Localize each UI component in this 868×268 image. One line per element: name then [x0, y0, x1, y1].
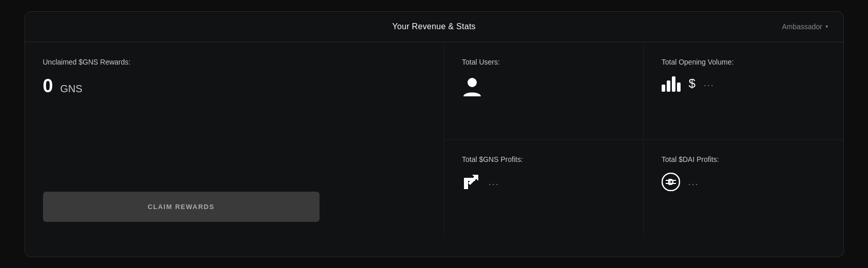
dai-profits-icon-row: Ð ...: [662, 173, 825, 191]
svg-point-0: [468, 78, 477, 87]
reward-value-display: 0 GNS: [43, 75, 426, 97]
revenue-stats-panel: Your Revenue & Stats Ambassador ▾ Unclai…: [25, 11, 844, 257]
total-gns-profits-label: Total $GNS Profits:: [462, 155, 625, 163]
gns-profits-icon-row: ...: [462, 173, 625, 191]
dai-token-icon: Ð: [662, 173, 680, 191]
center-panel: Total Users: Total $GNS Profits:: [444, 43, 644, 237]
dollar-sign-icon: $: [689, 76, 695, 91]
gns-profits-dots: ...: [489, 177, 499, 188]
panel-header: Your Revenue & Stats Ambassador ▾: [25, 12, 843, 42]
total-users-label: Total Users:: [462, 58, 625, 66]
total-dai-profits-label: Total $DAI Profits:: [662, 155, 825, 163]
right-panel: Total Opening Volume: $ ... Total $DAI P…: [644, 43, 843, 237]
reward-unit: GNS: [60, 83, 82, 94]
users-icon-row: [462, 75, 625, 98]
dai-profits-dots: ...: [688, 177, 699, 188]
user-icon: [462, 75, 482, 98]
total-dai-profits-section: Total $DAI Profits: Ð ...: [644, 140, 843, 237]
total-users-section: Total Users:: [444, 43, 643, 140]
chevron-down-icon: ▾: [825, 24, 828, 29]
ambassador-dropdown[interactable]: Ambassador ▾: [782, 23, 828, 31]
svg-text:Ð: Ð: [668, 178, 674, 187]
total-opening-volume-label: Total Opening Volume:: [662, 58, 825, 66]
panel-title: Your Revenue & Stats: [392, 22, 476, 31]
opening-volume-dots: ...: [704, 78, 714, 89]
bar-chart-icon: [662, 75, 681, 92]
ambassador-label: Ambassador: [782, 23, 822, 31]
reward-number: 0: [43, 75, 53, 96]
total-gns-profits-section: Total $GNS Profits: ...: [444, 140, 643, 237]
unclaimed-rewards-label: Unclaimed $GNS Rewards:: [43, 58, 426, 66]
total-opening-volume-section: Total Opening Volume: $ ...: [644, 43, 843, 140]
opening-volume-icon-row: $ ...: [662, 75, 825, 92]
claim-rewards-button[interactable]: CLAIM REWARDS: [43, 192, 320, 222]
gns-token-icon: [462, 173, 480, 191]
unclaimed-rewards-panel: Unclaimed $GNS Rewards: 0 GNS CLAIM REWA…: [25, 43, 444, 237]
